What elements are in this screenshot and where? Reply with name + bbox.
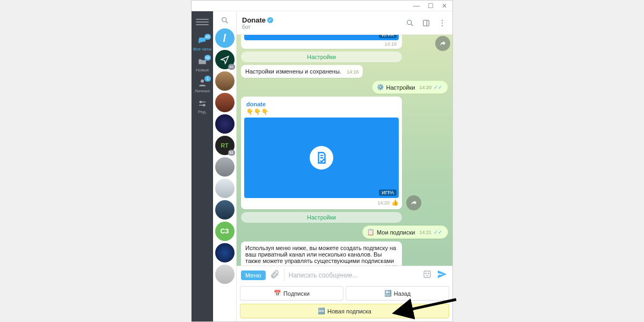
- message-card-cut: ИГРА 14:16: [241, 35, 402, 49]
- window-titlebar: — ☐ ✕: [192, 1, 452, 11]
- calendar-icon: 📅: [274, 290, 281, 297]
- message-in: Используя меню ниже, вы можете создать п…: [241, 241, 402, 266]
- folder-label: Личные: [195, 89, 210, 93]
- svg-rect-5: [423, 20, 429, 26]
- svg-point-0: [201, 79, 204, 83]
- svg-point-11: [428, 273, 429, 274]
- message-text: Настройки: [386, 84, 415, 91]
- bot-menu-button[interactable]: Меню: [241, 270, 266, 280]
- messages-area[interactable]: ИГРА 14:16 Настройки Настройки изменены …: [237, 35, 452, 266]
- new-icon: 🆕: [318, 308, 325, 314]
- chat-avatar[interactable]: [215, 114, 235, 134]
- back-icon: 🔙: [384, 290, 392, 297]
- message-text: Настройки изменены и сохранены.: [245, 68, 341, 75]
- message-time: 14:16: [347, 69, 359, 75]
- svg-point-2: [203, 105, 205, 106]
- folders-sidebar: 66 Все чаты 66 Новые 1 Личные: [192, 11, 213, 321]
- chat-avatar[interactable]: [215, 93, 235, 112]
- folder-badge: 1: [204, 76, 211, 82]
- attach-icon[interactable]: [270, 269, 280, 281]
- read-ticks-icon: ✓✓: [434, 229, 442, 235]
- message-time: 14:16: [244, 40, 399, 47]
- chat-subtitle: бот: [242, 24, 273, 30]
- svg-point-1: [200, 101, 202, 103]
- folder-badge: 66: [204, 34, 211, 40]
- message-text: Мои подписки: [377, 229, 415, 236]
- list-icon: 📋: [367, 229, 375, 236]
- chat-bubble-icon: 66: [197, 36, 208, 46]
- window-minimize-button[interactable]: —: [413, 2, 420, 10]
- message-input[interactable]: [289, 272, 418, 279]
- chat-header: Donate ✓ бот: [237, 11, 452, 35]
- svg-point-3: [222, 18, 226, 22]
- chat-avatar[interactable]: [215, 157, 235, 177]
- card-pointers: 👇👇👇: [244, 107, 399, 118]
- sidebar-toggle-icon[interactable]: [421, 18, 431, 28]
- game-tag: ИГРА: [379, 35, 397, 38]
- message-card-donate: donate 👇👇👇 ИГРА 14:20👍: [241, 97, 402, 209]
- card-header: donate: [244, 100, 399, 107]
- folder-edit[interactable]: Ред.: [197, 99, 208, 114]
- message-meta: 14:20👍: [244, 198, 399, 206]
- chat-avatar-active[interactable]: /: [215, 28, 235, 48]
- chat-avatar[interactable]: [215, 179, 235, 198]
- game-preview-image[interactable]: ИГРА: [244, 35, 399, 40]
- svg-point-10: [426, 273, 427, 274]
- emoji-icon[interactable]: [422, 269, 432, 281]
- forward-button[interactable]: [406, 195, 421, 210]
- forward-button[interactable]: [435, 36, 450, 51]
- game-preview-image[interactable]: ИГРА: [244, 118, 399, 198]
- kb-button-new-subscription[interactable]: 🆕Новая подписка: [240, 304, 449, 318]
- message-time: 14:21: [385, 264, 398, 266]
- document-check-icon: [310, 146, 333, 170]
- search-in-chat-icon[interactable]: [405, 18, 415, 28]
- folder-icon: 66: [197, 57, 208, 67]
- menu-hamburger-icon[interactable]: [196, 16, 209, 28]
- app-window: — ☐ ✕ 66 Все чаты 66 Новые: [191, 0, 453, 322]
- svg-point-6: [442, 20, 443, 21]
- message-time: 14:21: [419, 230, 431, 235]
- folder-personal[interactable]: 1 Личные: [195, 78, 210, 93]
- chat-column: Donate ✓ бот ИГРА 14:16 Настройки: [237, 11, 452, 321]
- svg-rect-9: [424, 271, 430, 277]
- inline-button-settings[interactable]: Настройки: [241, 52, 402, 62]
- sliders-icon: [197, 99, 208, 108]
- avatar-badge: 46: [228, 64, 235, 70]
- svg-point-4: [407, 20, 412, 24]
- kb-button-subscriptions[interactable]: 📅Подписки: [240, 286, 343, 301]
- kb-button-back[interactable]: 🔙Назад: [346, 286, 449, 301]
- folder-label: Ред.: [198, 109, 207, 114]
- message-in: Настройки изменены и сохранены. 14:16: [241, 65, 363, 78]
- send-button[interactable]: [436, 268, 448, 282]
- folder-badge: 66: [204, 55, 211, 61]
- message-out: ⚙️ Настройки 14:20 ✓✓: [372, 80, 448, 94]
- avatar-badge: 52: [228, 150, 235, 156]
- composer: Меню 📅Подписки 🔙Назад 🆕Новая подписка: [237, 266, 452, 321]
- message-time: 14:20: [419, 85, 431, 90]
- gear-icon: ⚙️: [377, 84, 384, 91]
- user-icon: 1: [197, 78, 208, 87]
- svg-point-8: [442, 25, 443, 26]
- thumbs-up-icon[interactable]: 👍: [391, 199, 399, 206]
- folder-new[interactable]: 66 Новые: [196, 57, 209, 72]
- chat-avatar[interactable]: [215, 200, 235, 219]
- window-maximize-button[interactable]: ☐: [427, 2, 434, 10]
- chat-avatar[interactable]: [215, 243, 235, 262]
- game-tag: ИГРА: [379, 189, 397, 196]
- message-text: Используя меню ниже, вы можете создать п…: [245, 245, 396, 266]
- folder-all-chats[interactable]: 66 Все чаты: [193, 36, 211, 52]
- chat-avatar[interactable]: 46: [215, 50, 235, 69]
- folder-label: Новые: [196, 68, 209, 72]
- chat-avatar[interactable]: [215, 265, 235, 284]
- svg-point-7: [442, 22, 443, 23]
- window-close-button[interactable]: ✕: [441, 2, 448, 10]
- chat-avatar[interactable]: СЗ: [215, 222, 235, 241]
- inline-button-settings[interactable]: Настройки: [241, 212, 402, 223]
- search-icon[interactable]: [220, 16, 230, 25]
- more-menu-icon[interactable]: [437, 18, 447, 28]
- folder-label: Все чаты: [193, 47, 211, 52]
- chat-list-strip: / 46 RT52 СЗ: [213, 11, 237, 321]
- chat-avatar[interactable]: [215, 71, 235, 91]
- chat-avatar[interactable]: RT52: [215, 136, 235, 155]
- chat-title[interactable]: Donate ✓: [242, 16, 273, 24]
